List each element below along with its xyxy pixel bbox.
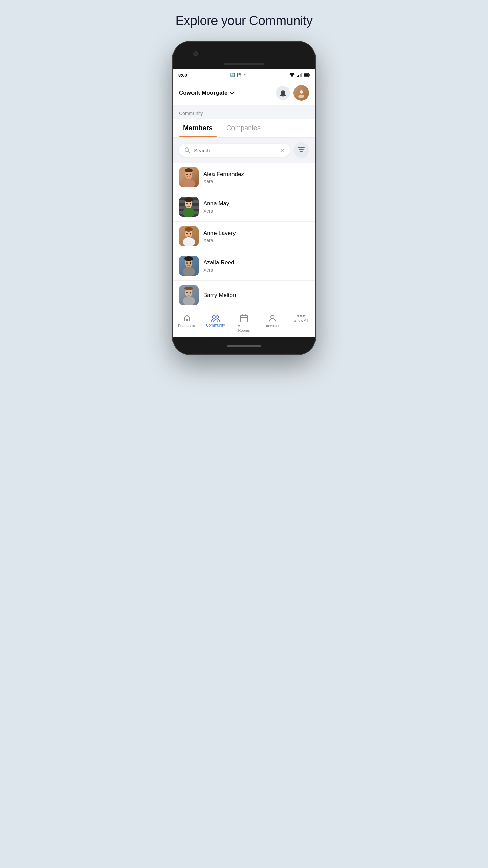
svg-point-14 <box>186 174 188 175</box>
svg-rect-39 <box>241 315 247 322</box>
member-name: Azalia Reed <box>203 259 235 266</box>
svg-rect-5 <box>304 74 308 76</box>
svg-point-20 <box>183 208 195 217</box>
svg-point-15 <box>190 174 191 175</box>
member-name: Anna May <box>203 200 229 207</box>
sync-icon: 🔄 <box>230 73 235 77</box>
tabs-container: Members Companies <box>173 119 315 138</box>
member-info: Anne Lavery Xera <box>203 230 236 243</box>
member-info: Anna May Xera <box>203 200 229 214</box>
community-icon <box>211 314 220 322</box>
search-input[interactable] <box>194 147 277 153</box>
svg-point-38 <box>216 316 219 318</box>
svg-point-29 <box>190 262 191 264</box>
status-time: 8:00 <box>178 73 187 78</box>
calendar-icon <box>240 314 248 322</box>
sd-icon: 💾 <box>237 73 242 77</box>
nav-label-dashboard: Dashboard <box>178 324 196 328</box>
workspace-selector[interactable]: Cowork Moorgate <box>179 90 235 96</box>
list-item[interactable]: Azalia Reed Xera <box>173 251 315 281</box>
svg-point-43 <box>303 315 305 317</box>
user-avatar-button[interactable] <box>293 85 309 101</box>
svg-point-26 <box>185 227 193 232</box>
status-center-icons: 🔄 💾 ⊘ <box>230 73 247 77</box>
nav-label-community: Community <box>206 323 225 328</box>
phone-top-bezel <box>173 42 315 69</box>
member-avatar <box>179 167 199 187</box>
phone-screen: 8:00 🔄 💾 ⊘ <box>173 69 315 337</box>
list-item[interactable]: Anna May Xera <box>173 192 315 222</box>
status-bar: 8:00 🔄 💾 ⊘ <box>173 69 315 81</box>
phone-bottom-bezel <box>173 337 315 354</box>
member-info: Azalia Reed Xera <box>203 259 235 273</box>
search-icon <box>184 147 190 153</box>
app-header: Cowork Moorgate <box>173 81 315 105</box>
svg-point-21 <box>184 197 193 202</box>
svg-point-33 <box>186 292 188 294</box>
svg-point-9 <box>185 148 189 152</box>
nav-item-account[interactable]: Account <box>258 313 287 334</box>
members-list: Alea Fernandez Xera <box>173 163 315 310</box>
svg-point-24 <box>190 233 191 235</box>
member-avatar <box>179 256 199 276</box>
no-disturb-icon: ⊘ <box>244 73 247 77</box>
svg-point-36 <box>184 287 193 290</box>
wifi-icon <box>289 73 295 77</box>
svg-rect-1 <box>298 75 299 77</box>
account-icon <box>269 314 276 322</box>
clear-search-button[interactable]: ✕ <box>281 147 285 153</box>
bell-icon <box>280 89 286 97</box>
svg-point-19 <box>190 203 191 205</box>
workspace-label: Cowork Moorgate <box>179 90 228 96</box>
svg-point-42 <box>300 315 302 317</box>
content-area: Community Members Companies ✕ <box>173 105 315 310</box>
svg-point-23 <box>186 233 188 235</box>
svg-point-40 <box>271 315 274 319</box>
list-item[interactable]: Alea Fernandez Xera <box>173 163 315 192</box>
member-info: Barry Melton <box>203 292 236 299</box>
svg-rect-0 <box>297 76 298 77</box>
header-actions <box>276 85 309 101</box>
nav-label-meeting-rooms: MeetingRooms <box>237 324 250 333</box>
svg-point-30 <box>183 267 195 276</box>
list-item[interactable]: Barry Melton <box>173 281 315 310</box>
member-company: Xera <box>203 267 235 273</box>
tab-members[interactable]: Members <box>179 119 217 137</box>
svg-point-37 <box>212 316 215 318</box>
member-company: Xera <box>203 238 236 243</box>
member-name: Anne Lavery <box>203 230 236 237</box>
svg-point-25 <box>183 237 195 246</box>
svg-point-28 <box>186 262 188 264</box>
filter-button[interactable] <box>293 142 309 158</box>
search-row: ✕ <box>173 138 315 163</box>
member-avatar <box>179 197 199 217</box>
nav-item-dashboard[interactable]: Dashboard <box>173 313 201 334</box>
dots-icon <box>297 314 305 317</box>
chevron-down-icon <box>230 92 235 95</box>
member-avatar <box>179 285 199 305</box>
member-company: Xera <box>203 179 244 184</box>
svg-point-35 <box>183 296 195 305</box>
status-right-icons <box>289 73 310 77</box>
svg-rect-3 <box>301 73 302 77</box>
page-title: Explore your Community <box>175 14 312 28</box>
member-avatar <box>179 226 199 246</box>
nav-item-meeting-rooms[interactable]: MeetingRooms <box>230 313 258 334</box>
tab-companies[interactable]: Companies <box>222 119 265 137</box>
nav-item-community[interactable]: Community <box>201 313 230 334</box>
section-label: Community <box>173 105 315 119</box>
home-indicator <box>227 345 261 347</box>
list-item[interactable]: Anne Lavery Xera <box>173 222 315 251</box>
member-company: Xera <box>203 208 229 214</box>
battery-icon <box>304 73 310 77</box>
svg-rect-2 <box>300 74 301 77</box>
member-name: Alea Fernandez <box>203 171 244 178</box>
nav-label-account: Account <box>266 324 279 328</box>
svg-point-41 <box>297 315 299 317</box>
notification-bell-button[interactable] <box>276 86 290 100</box>
member-info: Alea Fernandez Xera <box>203 171 244 184</box>
nav-item-show-all[interactable]: Show All <box>287 313 315 334</box>
nav-label-show-all: Show All <box>294 318 308 323</box>
svg-point-8 <box>298 95 304 98</box>
user-avatar <box>293 85 309 101</box>
